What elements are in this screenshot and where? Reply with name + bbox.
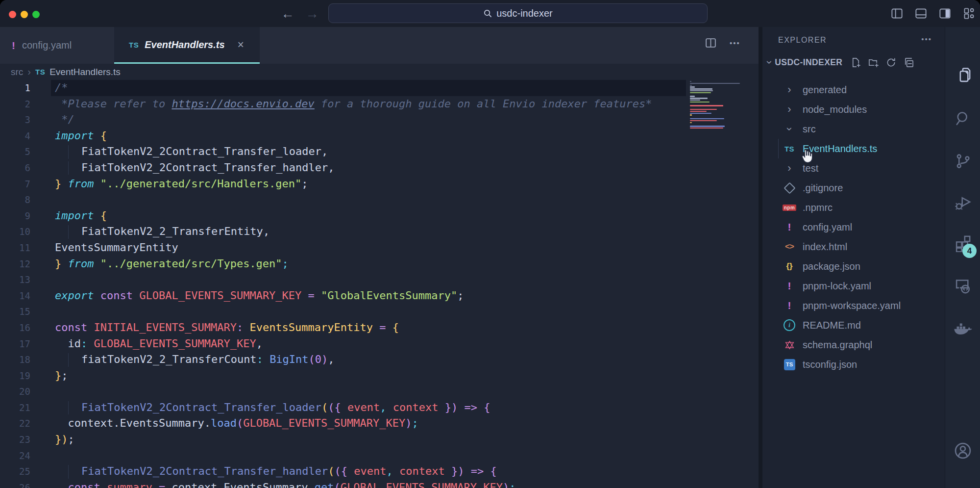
chevron-down-icon: › bbox=[764, 60, 775, 64]
toggle-panel-bottom-icon[interactable] bbox=[914, 7, 928, 20]
tsconfig-file-icon: TS bbox=[784, 359, 795, 370]
tree-item-config-yaml[interactable]: !config.yaml bbox=[762, 217, 945, 237]
close-tab-icon[interactable]: × bbox=[238, 38, 244, 51]
code-line: 16const INITIAL_EVENTS_SUMMARY: EventsSu… bbox=[0, 320, 759, 336]
source-control-icon bbox=[954, 152, 972, 170]
tree-item-tsconfig-json[interactable]: TStsconfig.json bbox=[762, 355, 945, 374]
json-file-icon: {} bbox=[786, 261, 792, 271]
editor-sidebar-divider[interactable] bbox=[759, 27, 762, 488]
tree-item-label: schema.graphql bbox=[803, 339, 872, 351]
toggle-panel-right-icon[interactable] bbox=[938, 7, 952, 20]
tree-item--gitignore[interactable]: .gitignore bbox=[762, 178, 945, 198]
activity-item-extensions[interactable]: 4 bbox=[954, 234, 972, 254]
tree-item-label: tsconfig.json bbox=[803, 359, 857, 370]
tree-item-pnpm-workspace-yaml[interactable]: !pnpm-workspace.yaml bbox=[762, 296, 945, 315]
breadcrumb-file[interactable]: EventHandlers.ts bbox=[49, 67, 121, 77]
line-number: 4 bbox=[0, 128, 30, 144]
line-number: 24 bbox=[0, 448, 30, 464]
html-file-icon: <> bbox=[785, 242, 794, 252]
breadcrumb-folder[interactable]: src bbox=[11, 67, 23, 77]
code-line: 14export const GLOBAL_EVENTS_SUMMARY_KEY… bbox=[0, 288, 759, 304]
line-number: 16 bbox=[0, 320, 30, 336]
tree-item-schema-graphql[interactable]: schema.graphql bbox=[762, 335, 945, 355]
command-center-title: usdc-indexer bbox=[496, 8, 553, 19]
code-line: 13 bbox=[0, 272, 759, 288]
line-number: 6 bbox=[0, 160, 30, 176]
navigate-back-button[interactable]: ← bbox=[279, 6, 296, 21]
line-number: 8 bbox=[0, 192, 30, 208]
customize-layout-icon[interactable] bbox=[962, 7, 976, 20]
tree-item-label: README.md bbox=[803, 320, 861, 331]
tree-item-src[interactable]: ›src bbox=[762, 119, 945, 139]
yaml-file-icon: ! bbox=[788, 221, 791, 233]
activity-item-explorer[interactable] bbox=[954, 66, 972, 86]
line-number: 1 bbox=[0, 80, 30, 96]
explorer-toolbar bbox=[850, 57, 914, 68]
tree-item-package-json[interactable]: {}package.json bbox=[762, 257, 945, 276]
tree-item-label: pnpm-lock.yaml bbox=[803, 281, 871, 292]
line-number: 13 bbox=[0, 272, 30, 288]
explorer-more-actions-icon[interactable]: ••• bbox=[921, 35, 932, 43]
more-actions-icon[interactable]: ••• bbox=[730, 39, 740, 47]
new-file-icon[interactable] bbox=[850, 57, 861, 68]
minimize-window-button[interactable] bbox=[21, 11, 28, 18]
gitignore-file-icon bbox=[784, 182, 795, 194]
minimap[interactable] bbox=[690, 81, 750, 129]
line-number: 19 bbox=[0, 368, 30, 384]
code-line: 17 id: GLOBAL_EVENTS_SUMMARY_KEY, bbox=[0, 336, 759, 352]
tree-item-label: package.json bbox=[803, 261, 860, 272]
code-lines: 1/*2 *Please refer to https://docs.envio… bbox=[0, 80, 759, 488]
navigate-forward-button[interactable]: → bbox=[304, 6, 320, 21]
activity-bar: 4 bbox=[945, 27, 980, 488]
tab-eventhandlers-ts[interactable]: TS EventHandlers.ts × bbox=[114, 27, 260, 64]
search-icon bbox=[954, 109, 972, 127]
tab-config-yaml[interactable]: ! config.yaml bbox=[0, 27, 96, 64]
activity-item-run-and-debug[interactable] bbox=[954, 194, 972, 213]
chevron-right-icon: › bbox=[787, 104, 791, 115]
tree-item-label: pnpm-workspace.yaml bbox=[803, 300, 901, 311]
titlebar: ← → usdc-indexer bbox=[0, 0, 980, 27]
split-editor-icon[interactable] bbox=[705, 37, 717, 49]
chevron-down-icon: › bbox=[784, 127, 795, 130]
tree-item-label: config.yaml bbox=[803, 222, 852, 233]
code-editor[interactable]: 1/*2 *Please refer to https://docs.envio… bbox=[0, 80, 759, 488]
code-line: 12} from "../generated/src/Types.gen"; bbox=[0, 256, 759, 272]
close-window-button[interactable] bbox=[9, 11, 16, 18]
code-line: 6 FiatTokenV2_2Contract_Transfer_handler… bbox=[0, 160, 759, 176]
line-number: 26 bbox=[0, 480, 30, 488]
command-center-search[interactable]: usdc-indexer bbox=[328, 3, 708, 23]
activity-item-search[interactable] bbox=[954, 109, 972, 129]
activity-item-docker[interactable] bbox=[953, 321, 973, 340]
new-folder-icon[interactable] bbox=[868, 57, 879, 68]
line-number: 14 bbox=[0, 288, 30, 304]
typescript-file-icon: TS bbox=[784, 145, 794, 153]
activity-item-source-control[interactable] bbox=[954, 152, 972, 172]
tree-item-label: .gitignore bbox=[803, 182, 843, 194]
line-number: 15 bbox=[0, 304, 30, 320]
tree-item-pnpm-lock-yaml[interactable]: !pnpm-lock.yaml bbox=[762, 276, 945, 296]
tree-item-test[interactable]: ›test bbox=[762, 158, 945, 178]
activity-item-remote-explorer[interactable] bbox=[954, 277, 972, 297]
code-line: 18 fiatTokenV2_2_TransferCount: BigInt(0… bbox=[0, 352, 759, 368]
tree-item-index-html[interactable]: <>index.html bbox=[762, 237, 945, 257]
file-tree: ›generated›node_modules›srcTSEventHandle… bbox=[762, 80, 945, 374]
tree-item-label: generated bbox=[803, 84, 847, 96]
tree-item-eventhandlers-ts[interactable]: TSEventHandlers.ts bbox=[762, 139, 945, 158]
code-line: 26 const summary = context.EventsSummary… bbox=[0, 480, 759, 488]
line-number: 21 bbox=[0, 400, 30, 416]
tree-item--npmrc[interactable]: npm.npmrc bbox=[762, 198, 945, 217]
remote-explorer-icon bbox=[954, 277, 972, 295]
tree-root-usdc-indexer[interactable]: › USDC-INDEXER bbox=[762, 52, 945, 72]
maximize-window-button[interactable] bbox=[32, 11, 40, 18]
collapse-folders-icon[interactable] bbox=[903, 57, 914, 68]
code-line: 9import { bbox=[0, 208, 759, 224]
toggle-panel-left-icon[interactable] bbox=[890, 7, 904, 20]
code-line: 10 FiatTokenV2_2_TransferEntity, bbox=[0, 224, 759, 240]
activity-item-account[interactable] bbox=[954, 441, 972, 462]
vscode-window: ← → usdc-indexer ! config.yaml TS EventH… bbox=[0, 0, 980, 488]
tree-item-generated[interactable]: ›generated bbox=[762, 80, 945, 100]
tree-item-readme-md[interactable]: iREADME.md bbox=[762, 315, 945, 335]
line-number: 25 bbox=[0, 463, 30, 480]
refresh-icon[interactable] bbox=[885, 57, 897, 68]
tree-item-node-modules[interactable]: ›node_modules bbox=[762, 100, 945, 119]
